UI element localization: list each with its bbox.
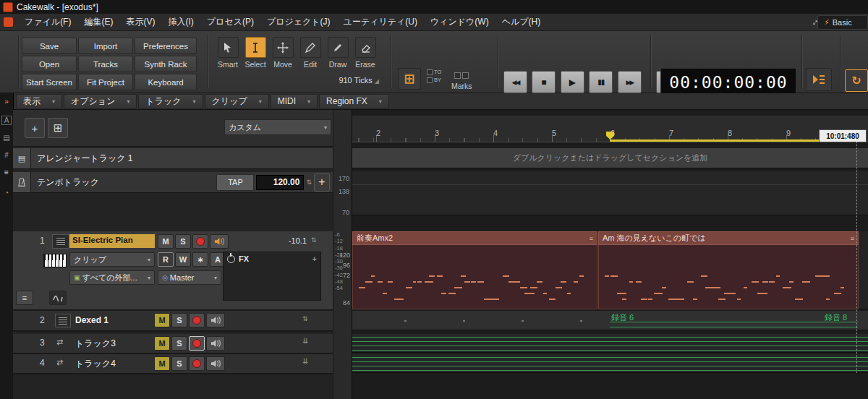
track-row-4[interactable]: 4 ⇄ トラック4 M S ⇊	[13, 354, 333, 374]
audition-icon[interactable]: A	[1, 116, 12, 125]
clip-body[interactable]	[598, 245, 859, 309]
tap-tempo-button[interactable]: TAP	[216, 174, 254, 191]
track2-clip-lane[interactable]: 録音 6 録音 8	[352, 311, 868, 330]
fast-forward-button[interactable]: ▶▶	[618, 71, 642, 93]
clips-pane[interactable]: 23456789 10:01:480 ダブルクリックまたはドラッグしてセクション…	[352, 110, 868, 399]
solo-button[interactable]: S	[171, 313, 187, 327]
piano-roll-button[interactable]	[52, 234, 69, 249]
track1-clip-lane[interactable]: 前奏Amx2 ≡ Am 海の見えないこの町では ≡	[352, 231, 868, 309]
collapse-arrows-icon[interactable]: ⇊	[302, 357, 308, 365]
clip-badge-icon[interactable]: ≡	[851, 235, 854, 242]
fx-bin[interactable]: FX +	[223, 252, 321, 301]
tool-draw[interactable]: Draw	[324, 37, 352, 69]
solo-button[interactable]: S	[171, 356, 187, 371]
snap-ticks-value[interactable]: 910 Ticks◢	[312, 76, 379, 85]
add-track-button[interactable]: +	[25, 118, 45, 138]
grid-icon[interactable]: #	[0, 151, 13, 159]
input-echo-button[interactable]	[206, 356, 225, 371]
tool-erase[interactable]: Erase	[352, 37, 379, 69]
volume-value[interactable]: -10.1	[273, 236, 307, 245]
insert-track-button[interactable]: ⊞	[48, 118, 68, 138]
toolbar-button[interactable]: Start Screen	[22, 74, 77, 90]
tool-move[interactable]: Move	[269, 37, 297, 69]
play-button[interactable]: ▶	[561, 71, 584, 93]
expand-track-spinner[interactable]: ⇅	[302, 315, 308, 322]
collapse-rail-icon[interactable]: »	[0, 98, 13, 106]
tool-smart[interactable]: Smart	[214, 37, 242, 69]
track3-clip-lane[interactable]	[352, 334, 868, 353]
solo-button[interactable]: S	[171, 336, 187, 351]
toolbar-button[interactable]: Save	[22, 38, 77, 54]
menu-item[interactable]: ヘルプ(H)	[495, 14, 548, 30]
audio-waveform[interactable]	[352, 337, 868, 351]
track-control-preset-dropdown[interactable]: カスタム▾	[224, 119, 331, 135]
instrument-keyboard-icon[interactable]	[43, 254, 67, 267]
pause-button[interactable]: ▮▮	[589, 71, 613, 93]
menu-item[interactable]: プロジェクト(J)	[260, 14, 337, 30]
menu-item[interactable]: プロセス(P)	[200, 14, 260, 30]
clip-badge-icon[interactable]: ≡	[590, 235, 593, 242]
clock-rail-icon[interactable]: ◔	[0, 189, 13, 197]
arm-record-button[interactable]	[192, 234, 208, 249]
view-menu[interactable]: オプション▾	[64, 94, 137, 109]
input-echo-button[interactable]	[210, 234, 229, 249]
tool-select[interactable]: Select	[242, 37, 269, 69]
menu-lines-icon[interactable]: ≡	[0, 168, 13, 176]
automation-read-button[interactable]: R	[158, 252, 174, 267]
output-dropdown[interactable]: ◎ Master▾	[158, 270, 221, 285]
fx-power-icon[interactable]	[227, 255, 235, 263]
mute-button[interactable]: M	[154, 313, 170, 327]
collapse-arrows-icon[interactable]: ⇊	[302, 337, 308, 345]
snap-by-checkbox[interactable]: BY	[427, 76, 441, 84]
arm-record-button[interactable]	[189, 313, 205, 327]
menu-item[interactable]: ウィンドウ(W)	[424, 14, 495, 30]
menu-item[interactable]: 編集(E)	[77, 14, 119, 30]
freeze-button[interactable]: ∗	[192, 252, 208, 267]
track-name[interactable]: トラック4	[75, 358, 148, 370]
input-echo-button[interactable]	[206, 336, 225, 351]
mute-button[interactable]: M	[154, 356, 170, 371]
toolbar-button[interactable]: Keyboard	[135, 74, 197, 90]
add-tempo-button[interactable]: +	[314, 173, 330, 192]
menu-item[interactable]: ファイル(F)	[18, 14, 77, 30]
tempo-spinner[interactable]: ⇅	[306, 179, 312, 186]
clip-body[interactable]	[352, 245, 597, 309]
tool-edit[interactable]: Edit	[297, 37, 324, 69]
mute-button[interactable]: M	[154, 336, 170, 351]
mute-button[interactable]: M	[158, 234, 174, 249]
snap-to-checkbox[interactable]: TO	[427, 68, 441, 76]
time-display[interactable]: 00:00:00:00	[660, 68, 796, 96]
arm-record-button[interactable]	[189, 356, 205, 371]
track-row-1[interactable]: 1 SI-Electric Pian M S -10.1 ⇅ クリップ▾ R W…	[13, 231, 333, 311]
menu-item[interactable]: ユーティリティ(U)	[337, 14, 424, 30]
snap-marks[interactable]: Marks	[451, 72, 472, 90]
tempo-track-row[interactable]: テンポトラック TAP 120.00 ⇅ +	[13, 172, 333, 193]
solo-button[interactable]: S	[175, 234, 191, 249]
workspace-button[interactable]: ⚡ Basic	[817, 15, 868, 30]
now-time-readout[interactable]: 10:01:480	[819, 129, 867, 142]
loop-button[interactable]: ↻	[845, 69, 868, 92]
track-name[interactable]: トラック3	[75, 338, 148, 350]
track-view-icon[interactable]: ▤	[0, 134, 13, 142]
audio-waveform[interactable]	[352, 357, 868, 371]
edit-filter-button[interactable]: ≡	[16, 291, 33, 305]
piano-roll-button[interactable]	[55, 314, 71, 327]
toolbar-button[interactable]: Fit Project	[78, 74, 133, 90]
midi-clip[interactable]: 前奏Amx2 ≡	[352, 231, 597, 309]
automation-lane-button[interactable]	[49, 291, 67, 305]
track-row-3[interactable]: 3 ⇄ トラック3 M S ⇊	[13, 334, 333, 354]
view-menu[interactable]: トラック▾	[138, 94, 203, 109]
track-row-2[interactable]: 2 Dexed 1 M S ⇅	[13, 311, 333, 332]
input-echo-button[interactable]	[206, 313, 225, 327]
input-dropdown[interactable]: ▣ すべての外部...▾	[69, 270, 155, 285]
toolbar-button[interactable]: Tracks	[78, 56, 133, 72]
arranger-lane[interactable]: ダブルクリックまたはドラッグしてセクションを追加	[352, 148, 868, 168]
stop-button[interactable]: ■	[532, 71, 556, 93]
snap-grid-button[interactable]: ⊞	[398, 68, 421, 90]
toolbar-button[interactable]: Preferences	[135, 38, 197, 54]
add-fx-button[interactable]: +	[312, 254, 317, 263]
clip-mode-dropdown[interactable]: クリップ▾	[69, 252, 155, 267]
track4-clip-lane[interactable]	[352, 354, 868, 373]
view-menu[interactable]: 表示▾	[16, 94, 62, 109]
toolbar-button[interactable]: Import	[78, 38, 133, 54]
